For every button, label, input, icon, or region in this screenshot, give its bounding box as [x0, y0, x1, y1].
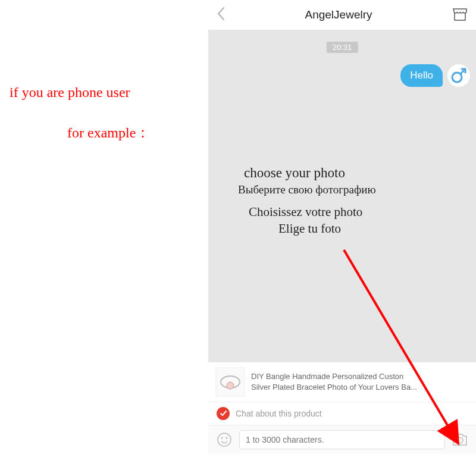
annotation-text-2: for example： — [67, 123, 150, 142]
svg-point-5 — [218, 433, 231, 446]
phone-screen: AngelJewelry 20:31 Hello choose your pho… — [208, 0, 476, 476]
message-bubble: Hello — [400, 64, 443, 87]
overlay-text-ru: Выберите свою фотографию — [238, 183, 376, 196]
chat-area: 20:31 Hello choose your photo Выберите с… — [208, 30, 476, 362]
product-row[interactable]: DIY Bangle Handmade Personalized Custon … — [208, 362, 476, 402]
product-info: DIY Bangle Handmade Personalized Custon … — [251, 371, 469, 393]
svg-line-1 — [461, 70, 465, 74]
product-title-line2: Silver Plated Bracelet Photo of Your Lov… — [251, 382, 469, 393]
avatar[interactable] — [447, 64, 470, 87]
message-input[interactable] — [239, 430, 445, 449]
chat-about-row[interactable]: Chat about this product — [208, 402, 476, 425]
svg-point-7 — [226, 437, 228, 439]
svg-point-8 — [457, 437, 463, 443]
product-thumbnail — [215, 367, 245, 397]
input-row — [208, 425, 476, 454]
svg-point-4 — [227, 382, 234, 389]
check-icon — [217, 407, 230, 420]
chat-title: AngelJewelry — [305, 8, 372, 21]
annotation-text-1: if you are phone user — [10, 84, 130, 101]
emoji-icon[interactable] — [215, 431, 233, 449]
overlay-text-fr: Choisissez votre photo — [249, 205, 362, 220]
store-icon[interactable] — [452, 8, 468, 22]
overlay-text-es: Elige tu foto — [278, 221, 341, 236]
timestamp-badge: 20:31 — [327, 42, 358, 53]
chat-about-label: Chat about this product — [236, 409, 322, 418]
svg-point-0 — [452, 73, 462, 82]
camera-icon[interactable] — [451, 431, 469, 449]
svg-point-6 — [221, 437, 223, 439]
message-row: Hello — [400, 64, 470, 87]
chat-header: AngelJewelry — [208, 0, 476, 30]
product-title-line1: DIY Bangle Handmade Personalized Custon — [251, 371, 469, 382]
overlay-text-en: choose your photo — [244, 165, 345, 181]
back-icon[interactable] — [217, 7, 225, 23]
